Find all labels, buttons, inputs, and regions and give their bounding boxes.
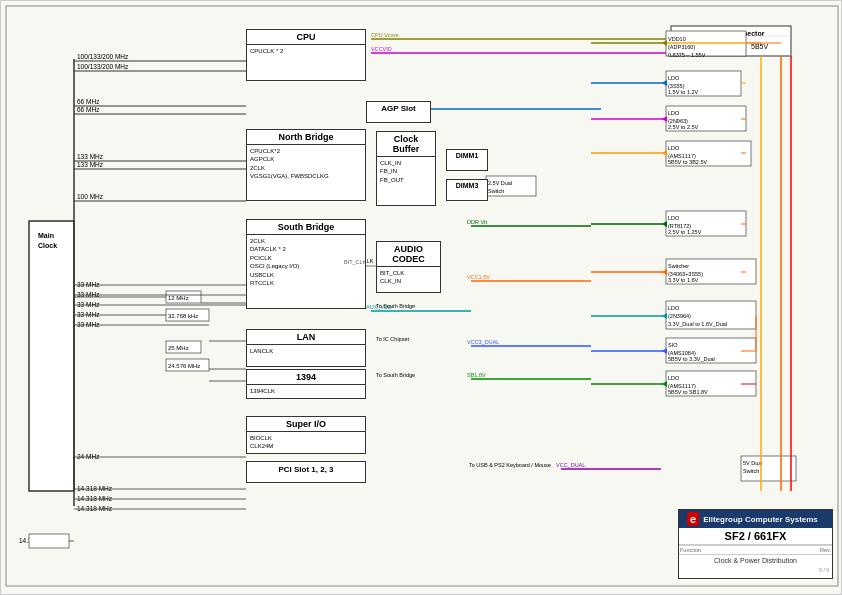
agp-slot-box: AGP Slot [366, 101, 431, 123]
dimm1-title: DIMM1 [447, 150, 487, 161]
svg-text:32.768 kHz: 32.768 kHz [168, 313, 198, 319]
pci-slot-title: PCI Slot 1, 2, 3 [247, 462, 365, 477]
svg-text:To USB & PS2 Keyboard / Mouse: To USB & PS2 Keyboard / Mouse [469, 462, 551, 468]
svg-text:33 MHz: 33 MHz [77, 321, 100, 328]
logo-box: e Elitegroup Computer Systems SF2 / 661F… [678, 509, 833, 579]
svg-text:66 MHz: 66 MHz [77, 106, 100, 113]
lan-content: LANCLK [247, 345, 365, 357]
audio-codec-content: BIT_CLKCLK_IN [377, 267, 440, 288]
svg-text:Main: Main [38, 232, 54, 239]
page-number: 5 / 9 [679, 566, 832, 574]
svg-text:To South Bridge: To South Bridge [376, 372, 415, 378]
svg-text:66 MHz: 66 MHz [77, 98, 100, 105]
svg-text:14.318 MHz: 14.318 MHz [77, 505, 113, 512]
north-bridge-title: North Bridge [247, 130, 365, 145]
super-io-box: Super I/O BIOCLKCLK24M [246, 416, 366, 454]
svg-text:LDO: LDO [668, 110, 680, 116]
svg-text:24 MHz: 24 MHz [77, 453, 100, 460]
svg-text:VCC1.8V: VCC1.8V [467, 274, 490, 280]
svg-text:2.5V to 2.5V: 2.5V to 2.5V [668, 124, 699, 130]
dimm3-title: DIMM3 [447, 180, 487, 191]
svg-text:CPU Vcore: CPU Vcore [371, 32, 399, 38]
super-io-content: BIOCLKCLK24M [247, 432, 365, 453]
svg-text:100/133/200 MHz: 100/133/200 MHz [77, 53, 129, 60]
rev-label: Rev. [820, 547, 831, 553]
bit-clk-label: BIT_CLK [344, 259, 366, 265]
super-io-title: Super I/O [247, 417, 365, 432]
svg-text:(2N3964): (2N3964) [668, 313, 691, 319]
svg-text:5B5V to 3.3V_Dual: 5B5V to 3.3V_Dual [668, 356, 715, 362]
svg-text:0.8375 – 1.55V: 0.8375 – 1.55V [668, 52, 706, 58]
logo-header: e Elitegroup Computer Systems [679, 510, 832, 528]
diagram-container: Main Clock 12 MHz 32.768 kHz 25 MHz 24.5… [0, 0, 842, 595]
svg-text:VCCVID: VCCVID [371, 46, 392, 52]
cpu-content: CPUCLK * 2 [247, 45, 365, 57]
svg-text:VCC_DUAL: VCC_DUAL [556, 462, 585, 468]
ieee1394-content: 1394CLK [247, 385, 365, 397]
agp-slot-title: AGP Slot [367, 102, 430, 115]
svg-text:DDR Vtt: DDR Vtt [467, 219, 488, 225]
svg-text:LDO: LDO [668, 305, 680, 311]
svg-rect-1 [29, 221, 74, 491]
dimm3-box: DIMM3 [446, 179, 488, 201]
svg-text:5B5V to SB1.8V: 5B5V to SB1.8V [668, 389, 708, 395]
svg-text:33 MHz: 33 MHz [77, 281, 100, 288]
south-bridge-title: South Bridge [247, 220, 365, 235]
svg-text:3.3V_Dual to 1.6V_Dual: 3.3V_Dual to 1.6V_Dual [668, 321, 727, 327]
svg-text:2.5V Dual: 2.5V Dual [488, 180, 512, 186]
logo-icon: e [687, 512, 699, 526]
svg-text:Clock: Clock [38, 242, 57, 249]
svg-text:Switch: Switch [743, 468, 759, 474]
svg-text:Switcher: Switcher [668, 263, 689, 269]
clock-buffer-content: CLK_INFB_INFB_OUT [377, 157, 435, 186]
svg-text:25 MHz: 25 MHz [168, 345, 189, 351]
lan-title: LAN [247, 330, 365, 345]
field-label: Function [680, 547, 701, 553]
clock-buffer-title: ClockBuffer [377, 132, 435, 157]
svg-text:12 MHz: 12 MHz [168, 295, 189, 301]
svg-text:SIO: SIO [668, 342, 678, 348]
svg-text:LDO: LDO [668, 375, 680, 381]
north-bridge-box: North Bridge CPUCLK*2AGPCLK2CLKVGSG1(VGA… [246, 129, 366, 201]
svg-text:(ADP3160): (ADP3160) [668, 44, 695, 50]
cpu-title: CPU [247, 30, 365, 45]
audio-codec-title: AUDIOCODEC [377, 242, 440, 267]
audio-codec-box: AUDIOCODEC BIT_CLKCLK_IN [376, 241, 441, 293]
svg-text:100 MHz: 100 MHz [77, 193, 104, 200]
svg-text:24.576 MHz: 24.576 MHz [168, 363, 200, 369]
svg-text:5V Dual: 5V Dual [743, 460, 763, 466]
svg-text:VCC3_DUAL: VCC3_DUAL [467, 339, 499, 345]
svg-text:LDO: LDO [668, 215, 680, 221]
company-name: Elitegroup Computer Systems [703, 515, 818, 524]
lan-box: LAN LANCLK [246, 329, 366, 367]
svg-text:To South Bridge: To South Bridge [376, 303, 415, 309]
svg-rect-55 [29, 534, 69, 548]
cpu-box: CPU CPUCLK * 2 [246, 29, 366, 81]
diagram-svg: Main Clock 12 MHz 32.768 kHz 25 MHz 24.5… [1, 1, 842, 595]
svg-text:To IC Chipset: To IC Chipset [376, 336, 409, 342]
pci-slot-box: PCI Slot 1, 2, 3 [246, 461, 366, 483]
svg-text:14.318 MHz: 14.318 MHz [77, 485, 113, 492]
svg-text:133 MHz: 133 MHz [77, 153, 104, 160]
svg-text:2.5V to 1.25V: 2.5V to 1.25V [668, 229, 702, 235]
svg-text:VDD10: VDD10 [668, 36, 686, 42]
svg-text:SB1.8V: SB1.8V [467, 372, 486, 378]
clock-buffer-box: ClockBuffer CLK_INFB_INFB_OUT [376, 131, 436, 206]
model-name: SF2 / 661FX [679, 528, 832, 545]
dimm1-box: DIMM1 [446, 149, 488, 171]
north-bridge-content: CPUCLK*2AGPCLK2CLKVGSG1(VGA), FWBSDCLKG [247, 145, 365, 183]
svg-text:3.3V to 1.6V: 3.3V to 1.6V [668, 277, 699, 283]
svg-text:33 MHz: 33 MHz [77, 311, 100, 318]
svg-text:5B5V to 3B2.5V: 5B5V to 3B2.5V [668, 159, 707, 165]
svg-text:100/133/200 MHz: 100/133/200 MHz [77, 63, 129, 70]
svg-text:Switch: Switch [488, 188, 504, 194]
svg-text:33 MHz: 33 MHz [77, 301, 100, 308]
svg-text:LDO: LDO [668, 75, 680, 81]
ieee1394-box: 1394 1394CLK [246, 369, 366, 399]
svg-text:5B5V: 5B5V [751, 43, 768, 50]
svg-text:1.5V to 1.2V: 1.5V to 1.2V [668, 89, 699, 95]
diagram-description: Clock & Power Distribution [679, 555, 832, 566]
svg-text:14.318 MHz: 14.318 MHz [77, 495, 113, 502]
svg-text:LDO: LDO [668, 145, 680, 151]
svg-text:133 MHz: 133 MHz [77, 161, 104, 168]
